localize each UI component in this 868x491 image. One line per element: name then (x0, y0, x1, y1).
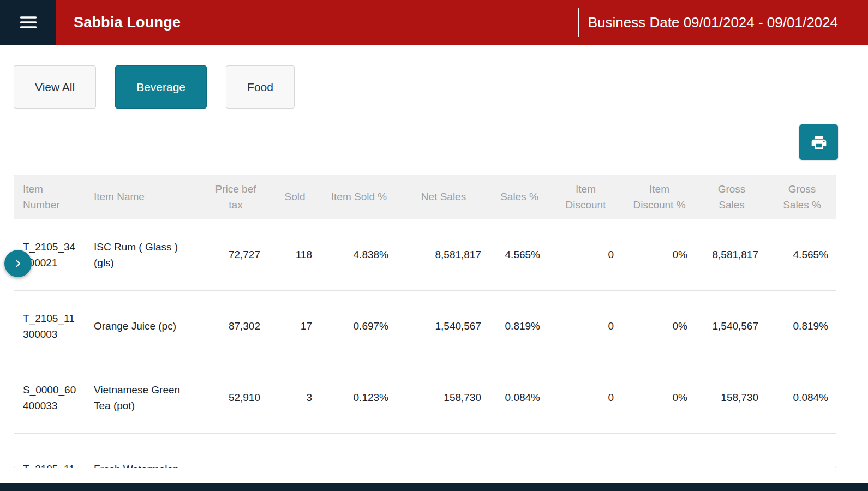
cell-gross-sales (696, 433, 767, 468)
menu-button[interactable] (0, 0, 56, 45)
cell-net-sales: 158,730 (397, 362, 490, 433)
cell-item-number: T_2105_11 (14, 433, 85, 468)
table-header-row: Item Number Item Name Price bef tax Sold… (14, 175, 836, 219)
filter-food-button[interactable]: Food (226, 65, 295, 109)
cell-item-discount (549, 433, 622, 468)
table-row: S_0000_60400033 Vietnamese Green Tea (po… (14, 362, 836, 433)
cell-item-discount-pct: 0% (622, 219, 696, 290)
app-bar: Sabbia Lounge Business Date 09/01/2024 -… (0, 0, 868, 45)
cell-item-discount-pct: 0% (622, 290, 696, 362)
column-header-sales-pct: Sales % (490, 175, 549, 219)
column-header-item-name: Item Name (85, 175, 202, 219)
header-divider (578, 8, 579, 37)
column-header-item-discount: Item Discount (549, 175, 622, 219)
bottom-bar (0, 483, 868, 491)
cell-item-name: ISC Rum ( Glass ) (gls) (85, 219, 202, 290)
cell-item-sold-pct (321, 433, 397, 468)
cell-sales-pct: 0.819% (490, 290, 549, 362)
cell-net-sales (397, 433, 490, 468)
cell-item-discount: 0 (549, 219, 622, 290)
cell-item-discount: 0 (549, 290, 622, 362)
cell-item-sold-pct: 4.838% (321, 219, 397, 290)
cell-gross-sales-pct: 0.819% (767, 290, 836, 362)
cell-sales-pct: 0.084% (490, 362, 549, 433)
cell-gross-sales: 158,730 (696, 362, 767, 433)
cell-gross-sales: 8,581,817 (696, 219, 767, 290)
cell-price-bef-tax: 72,727 (202, 219, 269, 290)
table-row: T_2105_11 Fresh Watermelon (14, 433, 836, 468)
cell-sold: 118 (269, 219, 321, 290)
category-filters: View All Beverage Food (14, 65, 868, 109)
cell-item-sold-pct: 0.697% (321, 290, 397, 362)
cell-sold: 17 (269, 290, 321, 362)
column-header-price-bef-tax: Price bef tax (202, 175, 269, 219)
table-row: T_2105_34300021 ISC Rum ( Glass ) (gls) … (14, 219, 836, 290)
cell-net-sales: 1,540,567 (397, 290, 490, 362)
column-header-item-discount-pct: Item Discount % (622, 175, 696, 219)
cell-gross-sales: 1,540,567 (696, 290, 767, 362)
cell-sold: 3 (269, 362, 321, 433)
cell-item-number: T_2105_11300003 (14, 290, 85, 362)
cell-price-bef-tax: 52,910 (202, 362, 269, 433)
cell-item-name: Fresh Watermelon (85, 433, 202, 468)
cell-price-bef-tax (202, 433, 269, 468)
column-header-gross-sales: Gross Sales (696, 175, 767, 219)
title-bar: Sabbia Lounge Business Date 09/01/2024 -… (56, 0, 868, 45)
cell-item-name: Vietnamese Green Tea (pot) (85, 362, 202, 433)
cell-gross-sales-pct (767, 433, 836, 468)
filter-beverage-button[interactable]: Beverage (115, 65, 207, 109)
cell-net-sales: 8,581,817 (397, 219, 490, 290)
printer-icon (810, 134, 828, 151)
table-body: T_2105_34300021 ISC Rum ( Glass ) (gls) … (14, 219, 836, 468)
filter-view-all-button[interactable]: View All (14, 65, 96, 109)
column-header-gross-sales-pct: Gross Sales % (767, 175, 836, 219)
page-title: Sabbia Lounge (74, 14, 181, 31)
business-date-group: Business Date 09/01/2024 - 09/01/2024 (578, 0, 838, 45)
chevron-right-icon (11, 256, 25, 271)
item-sales-table: Item Number Item Name Price bef tax Sold… (14, 175, 836, 468)
table-row: T_2105_11300003 Orange Juice (pc) 87,302… (14, 290, 836, 362)
column-header-item-sold-pct: Item Sold % (321, 175, 397, 219)
cell-item-discount: 0 (549, 362, 622, 433)
column-header-item-number: Item Number (14, 175, 85, 219)
hamburger-icon (17, 13, 40, 32)
expand-panel-button[interactable] (4, 250, 32, 277)
column-header-sold: Sold (269, 175, 321, 219)
table-header: Item Number Item Name Price bef tax Sold… (14, 175, 836, 219)
print-button[interactable] (799, 124, 838, 160)
cell-gross-sales-pct: 0.084% (767, 362, 836, 433)
cell-item-discount-pct (622, 433, 696, 468)
cell-sales-pct (490, 433, 549, 468)
cell-item-sold-pct: 0.123% (321, 362, 397, 433)
cell-item-number: S_0000_60400033 (14, 362, 85, 433)
cell-item-name: Orange Juice (pc) (85, 290, 202, 362)
column-header-net-sales: Net Sales (397, 175, 490, 219)
cell-sales-pct: 4.565% (490, 219, 549, 290)
toolbar (0, 124, 868, 160)
business-date: Business Date 09/01/2024 - 09/01/2024 (588, 14, 838, 31)
cell-gross-sales-pct: 4.565% (767, 219, 836, 290)
cell-price-bef-tax: 87,302 (202, 290, 269, 362)
cell-item-discount-pct: 0% (622, 362, 696, 433)
cell-sold (269, 433, 321, 468)
